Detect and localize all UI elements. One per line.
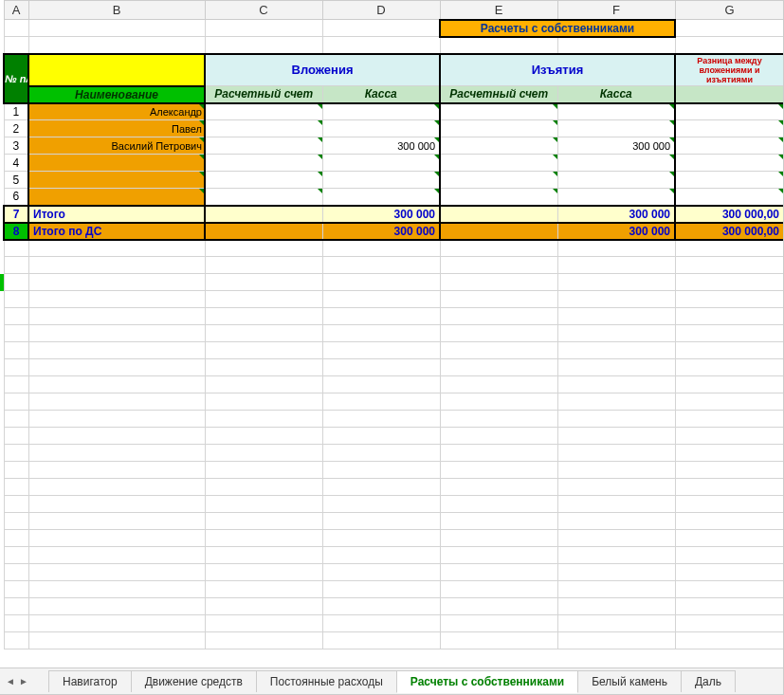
tab-navigator[interactable]: Навигатор (48, 670, 132, 692)
col-F[interactable]: F (557, 1, 675, 20)
row-num: 1 (4, 103, 28, 120)
column-header-row[interactable]: A B C D E F G (0, 1, 783, 20)
total-dc-label: Итого по ДС (28, 223, 205, 240)
sheet-tab-bar: ◄ ► Навигатор Движение средств Постоянны… (0, 668, 783, 694)
col-G[interactable]: G (675, 1, 783, 20)
col-E[interactable]: E (440, 1, 557, 20)
sub-account1: Расчетный счет (205, 86, 322, 103)
page-title: Расчеты с собственниками (440, 20, 675, 37)
total-label: Итого (28, 206, 205, 223)
col-A[interactable]: A (4, 1, 28, 20)
tab-white-stone[interactable]: Белый камень (577, 670, 682, 692)
sub-cash1: Касса (322, 86, 440, 103)
group-diff: Разница между вложениями и изъятиями (675, 54, 783, 86)
col-C[interactable]: C (205, 1, 322, 20)
sub-cash2: Касса (557, 86, 675, 103)
name-cell[interactable]: Александр (28, 103, 205, 120)
sub-account2: Расчетный счет (440, 86, 557, 103)
table-row[interactable]: 4 (0, 155, 783, 172)
sub-diff (675, 86, 783, 103)
table-row[interactable]: 3 Василий Петрович 300 000 300 000 (0, 137, 783, 155)
name-header: Наименование (28, 86, 205, 103)
group-investments: Вложения (205, 54, 440, 86)
tab-dal[interactable]: Даль (681, 670, 736, 692)
spreadsheet-grid[interactable]: A B C D E F G Расчеты с собственниками №… (0, 0, 783, 666)
table-row[interactable]: 5 (0, 172, 783, 189)
tab-next-icon[interactable]: ► (17, 673, 30, 690)
col-B[interactable]: B (28, 1, 205, 20)
table-row[interactable]: 1 Александр (0, 103, 783, 120)
tab-prev-icon[interactable]: ◄ (4, 673, 17, 690)
col-D[interactable]: D (322, 1, 440, 20)
group-withdrawals: Изъятия (440, 54, 675, 86)
table-row[interactable]: 2 Павел (0, 120, 783, 137)
total-row[interactable]: 7 Итого 300 000 300 000 300 000,00 (0, 206, 783, 223)
table-row[interactable]: 6 (0, 189, 783, 206)
tab-fixed-expenses[interactable]: Постоянные расходы (256, 670, 397, 692)
rownum-header: № п/п (4, 54, 28, 103)
tab-cashflow[interactable]: Движение средств (131, 670, 257, 692)
yellow-filter-cell[interactable] (28, 54, 205, 86)
total-dc-row[interactable]: 8 Итого по ДС 300 000 300 000 300 000,00 (0, 223, 783, 240)
tab-owners[interactable]: Расчеты с собственниками (396, 670, 578, 693)
